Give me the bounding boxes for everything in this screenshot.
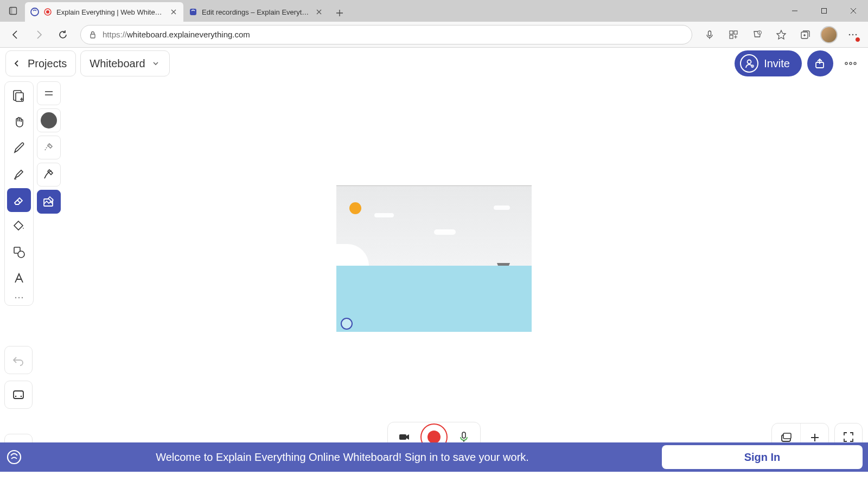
back-button[interactable] <box>4 24 26 46</box>
svg-point-21 <box>845 62 847 65</box>
draw-tool[interactable] <box>7 136 31 160</box>
tab-title: Explain Everything | Web Whiteboard <box>56 8 165 16</box>
browser-tab-1[interactable]: Explain Everything | Web Whiteboard <box>25 2 183 22</box>
chevron-left-icon <box>11 58 22 69</box>
chevron-down-icon <box>151 59 161 68</box>
banner-message: Welcome to Explain Everything Online Whi… <box>31 451 653 464</box>
browser-tab-2[interactable]: Edit recordings – Explain Everything <box>183 2 329 22</box>
svg-point-15 <box>849 34 851 35</box>
invite-person-icon <box>740 54 758 73</box>
svg-rect-32 <box>14 391 23 399</box>
record-dot-icon <box>427 431 441 444</box>
shape-tool[interactable] <box>7 240 31 264</box>
shopping-icon[interactable]: $ <box>746 24 768 46</box>
svg-point-28 <box>15 297 16 298</box>
more-tools-icon[interactable] <box>7 292 31 303</box>
svg-point-2 <box>31 8 39 16</box>
address-bar[interactable]: https://whiteboard.explaineverything.com <box>80 25 692 44</box>
svg-rect-11 <box>730 35 733 38</box>
document-name-dropdown[interactable]: Whiteboard <box>80 50 169 76</box>
undo-button[interactable] <box>4 346 33 374</box>
svg-point-22 <box>850 62 852 65</box>
signin-banner: Welcome to Explain Everything Online Whi… <box>0 442 868 472</box>
svg-point-27 <box>18 251 24 258</box>
profile-avatar <box>820 26 838 43</box>
svg-point-16 <box>852 34 854 35</box>
primary-toolbar <box>4 81 34 306</box>
tab-close-icon[interactable] <box>315 8 323 16</box>
recording-indicator-icon <box>43 8 52 16</box>
svg-rect-7 <box>91 34 95 38</box>
projects-label: Projects <box>28 57 67 70</box>
browser-toolbar: https://whiteboard.explaineverything.com… <box>0 22 868 48</box>
settings-menu-icon[interactable] <box>842 24 864 46</box>
new-tab-button[interactable] <box>331 4 348 22</box>
svg-point-17 <box>856 34 857 35</box>
erase-stroke-icon[interactable] <box>37 163 61 187</box>
window-controls <box>780 0 868 22</box>
projects-button[interactable]: Projects <box>5 50 76 76</box>
invite-button[interactable]: Invite <box>735 50 802 76</box>
site-info-icon[interactable] <box>88 30 97 39</box>
svg-point-18 <box>748 60 751 64</box>
favicon-explaineverything-icon <box>30 8 39 16</box>
voice-search-icon[interactable] <box>699 24 720 46</box>
notification-badge <box>855 37 860 42</box>
svg-rect-25 <box>16 93 23 101</box>
options-lines-icon[interactable] <box>37 81 61 105</box>
scene-sky <box>336 185 532 266</box>
explaineverything-logo-icon <box>5 448 23 466</box>
svg-point-29 <box>18 297 20 298</box>
add-media-tool[interactable] <box>7 84 31 108</box>
maximize-button[interactable] <box>809 0 839 22</box>
svg-point-34 <box>21 396 22 397</box>
svg-point-23 <box>854 62 856 65</box>
favicon-explaineverything-icon <box>189 8 197 16</box>
scene-sea <box>336 266 532 332</box>
svg-rect-39 <box>783 433 791 439</box>
more-options-button[interactable] <box>839 52 863 75</box>
svg-rect-1 <box>10 8 12 15</box>
collections-icon[interactable] <box>794 24 816 46</box>
extensions-icon[interactable] <box>723 24 744 46</box>
secondary-toolbar <box>37 81 61 306</box>
svg-rect-6 <box>822 9 827 14</box>
tab-actions-icon[interactable] <box>4 2 22 20</box>
svg-rect-8 <box>709 31 711 36</box>
canvas-image-scene[interactable] <box>336 185 532 332</box>
share-button[interactable] <box>807 50 833 76</box>
eraser-color-icon[interactable] <box>37 108 61 132</box>
svg-point-33 <box>15 396 17 397</box>
app-viewport: Projects Whiteboard Invite <box>0 48 868 472</box>
svg-point-30 <box>22 297 23 298</box>
browser-tab-strip: Explain Everything | Web Whiteboard Edit… <box>0 0 868 22</box>
text-tool[interactable] <box>7 266 31 290</box>
svg-rect-9 <box>730 31 733 34</box>
signin-button[interactable]: Sign In <box>662 445 863 469</box>
zoom-fit-button[interactable] <box>4 381 33 409</box>
tab-title: Edit recordings – Explain Everything <box>202 8 310 16</box>
svg-rect-37 <box>462 432 465 438</box>
eraser-tool[interactable] <box>7 188 31 212</box>
minimize-button[interactable] <box>780 0 809 22</box>
close-window-button[interactable] <box>839 0 868 22</box>
erase-partial-icon[interactable] <box>37 136 61 159</box>
scene-cloud <box>494 206 510 210</box>
app-header: Projects Whiteboard Invite <box>0 48 868 79</box>
tab-close-icon[interactable] <box>169 8 178 16</box>
forward-button[interactable] <box>28 24 50 46</box>
document-name: Whiteboard <box>90 57 145 70</box>
scene-cloud <box>434 229 456 235</box>
scene-sun <box>349 202 361 214</box>
refresh-button[interactable] <box>52 24 74 46</box>
invite-label: Invite <box>764 57 790 70</box>
hand-tool[interactable] <box>7 110 31 134</box>
erase-image-icon[interactable] <box>37 190 61 214</box>
eraser-cursor-icon <box>341 318 353 330</box>
highlighter-tool[interactable] <box>7 162 31 186</box>
profile-button[interactable] <box>818 24 840 46</box>
url-text: https://whiteboard.explaineverything.com <box>103 30 250 39</box>
favorites-icon[interactable] <box>770 24 792 46</box>
scene-cloud <box>374 213 394 217</box>
fill-tool[interactable] <box>7 214 31 238</box>
